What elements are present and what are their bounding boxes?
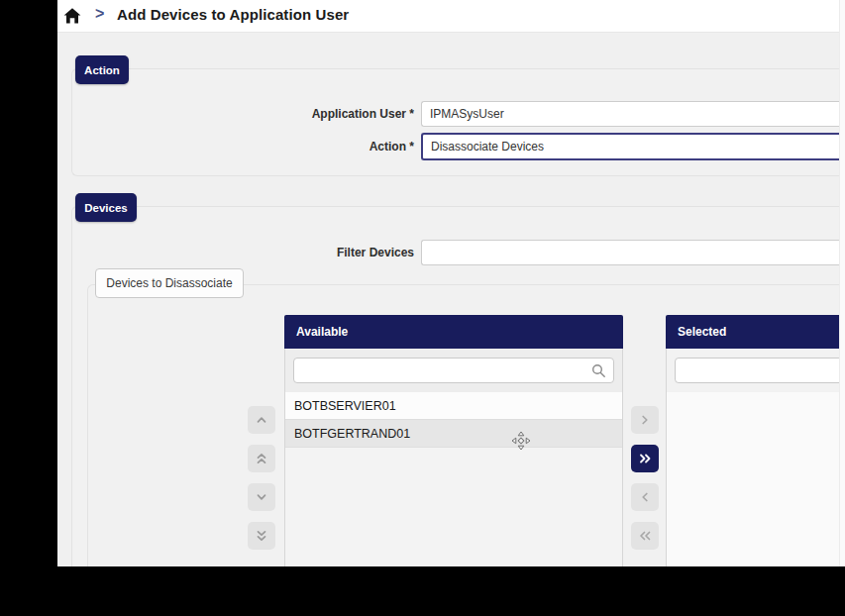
move-down-all-button[interactable] <box>248 522 275 550</box>
application-user-label: Application User * <box>57 101 414 128</box>
filter-devices-input[interactable] <box>421 240 845 265</box>
action-label: Action * <box>57 134 414 160</box>
breadcrumb-bar: > Add Devices to Application User <box>57 0 845 33</box>
selected-panel-body <box>666 349 845 566</box>
selected-search-input[interactable] <box>676 359 845 382</box>
magnifier-icon <box>591 363 606 378</box>
action-section-tab: Action <box>75 55 129 84</box>
app-window: > Add Devices to Application User Action… <box>57 0 845 566</box>
page-title: Add Devices to Application User <box>117 6 349 23</box>
double-chevron-down-icon <box>256 529 267 543</box>
move-left-all-button[interactable] <box>631 522 659 550</box>
breadcrumb-separator: > <box>95 5 104 23</box>
home-icon[interactable] <box>62 6 82 26</box>
available-search-input[interactable] <box>294 359 613 382</box>
chevron-left-icon <box>639 491 651 503</box>
move-right-all-button[interactable] <box>631 445 659 472</box>
available-device-item[interactable]: BOTBSERVIER01 <box>285 392 622 420</box>
chevron-right-icon <box>639 414 651 426</box>
chevron-up-icon <box>256 414 267 426</box>
selected-panel-header: Selected <box>666 315 845 349</box>
available-search-box <box>293 358 614 383</box>
filter-devices-label: Filter Devices <box>57 240 414 266</box>
move-down-button[interactable] <box>248 483 275 511</box>
application-user-input[interactable] <box>421 101 845 127</box>
selected-device-list <box>667 392 845 566</box>
available-panel-body: BOTBSERVIER01 BOTFGERTRAND01 <box>284 349 623 566</box>
action-input[interactable] <box>421 133 845 160</box>
move-up-all-button[interactable] <box>248 445 275 472</box>
available-panel: Available BOTBSERVIER01 BOTFGERTRAND01 <box>284 315 623 566</box>
available-panel-header: Available <box>284 315 623 349</box>
double-chevron-left-icon <box>638 530 652 542</box>
devices-section-tab: Devices <box>75 193 137 222</box>
double-chevron-right-icon <box>638 453 652 464</box>
right-edge-strip <box>839 0 845 566</box>
move-right-button[interactable] <box>631 406 659 434</box>
move-left-button[interactable] <box>631 483 659 511</box>
move-up-button[interactable] <box>248 406 275 434</box>
available-device-list: BOTBSERVIER01 BOTFGERTRAND01 <box>285 392 622 566</box>
double-chevron-up-icon <box>256 452 267 465</box>
selected-search-box <box>675 358 845 383</box>
chevron-down-icon <box>256 491 267 503</box>
devices-to-disassociate-label: Devices to Disassociate <box>95 268 244 298</box>
selected-panel: Selected <box>666 315 845 566</box>
available-device-item[interactable]: BOTFGERTRAND01 <box>285 420 622 448</box>
